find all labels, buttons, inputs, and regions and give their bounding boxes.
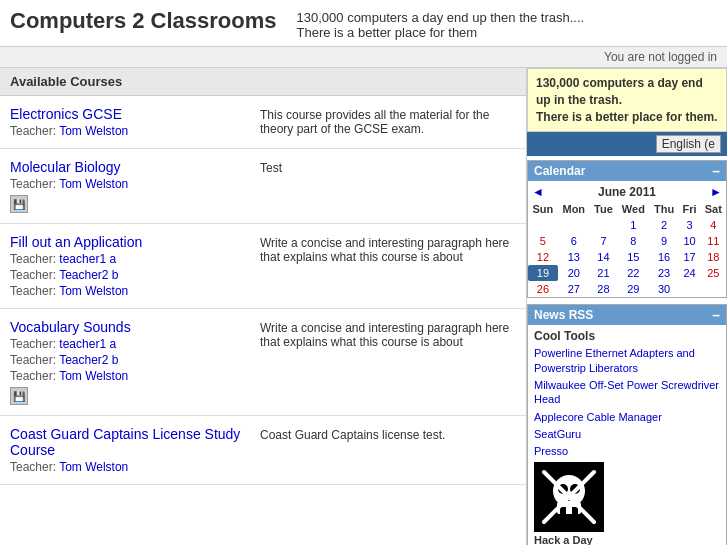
- teacher-link[interactable]: teacher1 a: [59, 252, 116, 266]
- course-title-link[interactable]: Molecular Biology: [10, 159, 121, 175]
- teacher-link[interactable]: Tom Welston: [59, 460, 128, 474]
- cal-day-cell[interactable]: 8: [617, 233, 649, 249]
- course-description: Test: [260, 159, 516, 213]
- course-teacher: Teacher: Tom Welston: [10, 460, 250, 474]
- cal-day-header: Sun: [528, 201, 558, 217]
- courses-container: Electronics GCSETeacher: Tom WelstonThis…: [0, 96, 526, 485]
- cal-day-cell[interactable]: 2: [650, 217, 679, 233]
- cal-day-cell[interactable]: 24: [679, 265, 701, 281]
- cal-day-cell[interactable]: 14: [590, 249, 617, 265]
- cal-thead: SunMonTueWedThuFriSat: [528, 201, 726, 217]
- cal-day-cell[interactable]: 26: [528, 281, 558, 297]
- teacher-link[interactable]: Tom Welston: [59, 369, 128, 383]
- cal-day-cell[interactable]: 28: [590, 281, 617, 297]
- course-teacher: Teacher: Teacher2 b: [10, 353, 250, 367]
- cal-week-row: 2627282930: [528, 281, 726, 297]
- news-item-link[interactable]: Presso: [534, 444, 720, 458]
- svg-rect-3: [572, 507, 578, 515]
- teacher-link[interactable]: Teacher2 b: [59, 268, 118, 282]
- news-section-title: Cool Tools: [534, 329, 720, 343]
- course-left: Coast Guard Captains License Study Cours…: [10, 426, 260, 474]
- cal-day-header: Fri: [679, 201, 701, 217]
- cal-day-cell[interactable]: 7: [590, 233, 617, 249]
- cal-day-cell[interactable]: 13: [558, 249, 590, 265]
- news-item-link[interactable]: SeatGuru: [534, 427, 720, 441]
- teacher-link[interactable]: Tom Welston: [59, 284, 128, 298]
- calendar-prev-button[interactable]: ◄: [532, 185, 544, 199]
- main-layout: Available Courses Electronics GCSETeache…: [0, 68, 727, 545]
- left-content: Available Courses Electronics GCSETeache…: [0, 68, 527, 545]
- cal-day-cell[interactable]: 1: [617, 217, 649, 233]
- cal-day-cell: [701, 281, 726, 297]
- news-section: News RSS – Cool Tools Powerline Ethernet…: [527, 304, 727, 545]
- sidebar-info-line1: 130,000 computers a day end up in the tr…: [536, 76, 703, 107]
- news-content: Cool Tools Powerline Ethernet Adapters a…: [528, 325, 726, 545]
- news-item-link[interactable]: Powerline Ethernet Adapters and Powerstr…: [534, 346, 720, 375]
- cal-day-cell[interactable]: 22: [617, 265, 649, 281]
- calendar-nav: ◄ June 2011 ►: [528, 181, 726, 201]
- course-title-link[interactable]: Electronics GCSE: [10, 106, 122, 122]
- site-tagline: 130,000 computers a day end up then the …: [297, 8, 717, 40]
- course-left: Electronics GCSETeacher: Tom Welston: [10, 106, 260, 138]
- top-right-bar: You are not logged in: [0, 47, 727, 68]
- calendar-collapse-button[interactable]: –: [712, 164, 720, 178]
- course-teacher: Teacher: teacher1 a: [10, 252, 250, 266]
- cal-day-cell[interactable]: 18: [701, 249, 726, 265]
- cal-day-cell[interactable]: 19: [528, 265, 558, 281]
- course-teacher: Teacher: Teacher2 b: [10, 268, 250, 282]
- course-title-link[interactable]: Coast Guard Captains License Study Cours…: [10, 426, 240, 458]
- tagline-line2: There is a better place for them: [297, 25, 478, 40]
- course-icon: 💾: [10, 387, 28, 405]
- teacher-link[interactable]: Tom Welston: [59, 124, 128, 138]
- cal-day-cell[interactable]: 11: [701, 233, 726, 249]
- cal-tbody: 1234567891011121314151617181920212223242…: [528, 217, 726, 297]
- cal-day-cell[interactable]: 9: [650, 233, 679, 249]
- cal-week-row: 12131415161718: [528, 249, 726, 265]
- cal-day-cell[interactable]: 21: [590, 265, 617, 281]
- not-logged-text: You are not logged in: [604, 50, 717, 64]
- cal-day-cell[interactable]: 30: [650, 281, 679, 297]
- sidebar-info-box: 130,000 computers a day end up in the tr…: [527, 68, 727, 132]
- cal-day-cell[interactable]: 6: [558, 233, 590, 249]
- cal-day-header: Wed: [617, 201, 649, 217]
- cal-day-cell[interactable]: 17: [679, 249, 701, 265]
- cal-day-cell[interactable]: 3: [679, 217, 701, 233]
- course-description: Write a concise and interesting paragrap…: [260, 319, 516, 405]
- svg-rect-2: [560, 507, 566, 515]
- teacher-link[interactable]: Teacher2 b: [59, 353, 118, 367]
- course-title-link[interactable]: Vocabulary Sounds: [10, 319, 131, 335]
- cal-day-header: Sat: [701, 201, 726, 217]
- news-item-link[interactable]: Applecore Cable Manager: [534, 410, 720, 424]
- cal-day-cell[interactable]: 27: [558, 281, 590, 297]
- course-left: Fill out an ApplicationTeacher: teacher1…: [10, 234, 260, 298]
- course-title-link[interactable]: Fill out an Application: [10, 234, 142, 250]
- course-row: Fill out an ApplicationTeacher: teacher1…: [0, 224, 526, 309]
- cal-day-cell[interactable]: 25: [701, 265, 726, 281]
- teacher-link[interactable]: teacher1 a: [59, 337, 116, 351]
- cal-day-cell[interactable]: 10: [679, 233, 701, 249]
- cal-day-cell[interactable]: 16: [650, 249, 679, 265]
- cal-day-cell: [590, 217, 617, 233]
- calendar-title: Calendar: [534, 164, 585, 178]
- cal-day-cell[interactable]: 4: [701, 217, 726, 233]
- lang-button[interactable]: English (e: [656, 135, 721, 153]
- calendar-table: SunMonTueWedThuFriSat 123456789101112131…: [528, 201, 726, 297]
- news-item-link[interactable]: Milwaukee Off-Set Power Screwdriver Head: [534, 378, 720, 407]
- cal-day-cell[interactable]: 15: [617, 249, 649, 265]
- news-collapse-button[interactable]: –: [712, 308, 720, 322]
- course-row: Coast Guard Captains License Study Cours…: [0, 416, 526, 485]
- cal-day-cell[interactable]: 29: [617, 281, 649, 297]
- cal-day-cell[interactable]: 20: [558, 265, 590, 281]
- course-left: Molecular BiologyTeacher: Tom Welston💾: [10, 159, 260, 213]
- teacher-link[interactable]: Tom Welston: [59, 177, 128, 191]
- lang-bar[interactable]: English (e: [527, 132, 727, 156]
- cal-day-cell[interactable]: 5: [528, 233, 558, 249]
- cal-day-header: Tue: [590, 201, 617, 217]
- cal-day-cell[interactable]: 12: [528, 249, 558, 265]
- course-left: Vocabulary SoundsTeacher: teacher1 aTeac…: [10, 319, 260, 405]
- course-row: Molecular BiologyTeacher: Tom Welston💾Te…: [0, 149, 526, 224]
- calendar-next-button[interactable]: ►: [710, 185, 722, 199]
- cal-day-cell[interactable]: 23: [650, 265, 679, 281]
- course-row: Electronics GCSETeacher: Tom WelstonThis…: [0, 96, 526, 149]
- cal-day-header: Thu: [650, 201, 679, 217]
